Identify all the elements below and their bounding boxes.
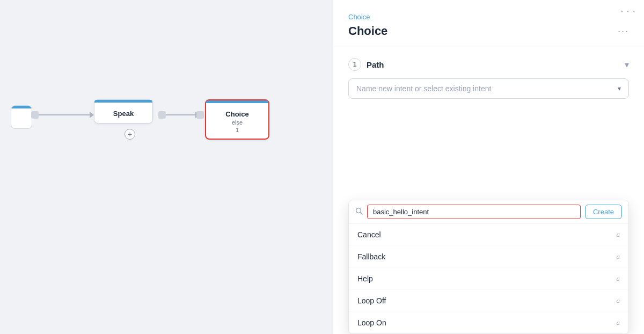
amazon-icon-loopon: a [617, 318, 620, 327]
path-section: 1 Path ▾ Name new intent or select exist… [348, 58, 629, 99]
more-options-button[interactable]: ··· [618, 26, 629, 37]
intent-placeholder-text: Name new intent or select existing inten… [356, 84, 491, 93]
top-dots: · · · [620, 4, 635, 17]
list-item[interactable]: Cancel a [349, 224, 628, 246]
amazon-icon-cancel: a [617, 230, 620, 239]
choice-node-title: Choice [215, 110, 260, 118]
arrow-line-2 [166, 114, 198, 115]
amazon-icon-help: a [617, 274, 620, 283]
create-button[interactable]: Create [585, 205, 622, 219]
choice-node[interactable]: Choice else 1 [205, 99, 269, 140]
path-label: Path [367, 60, 384, 69]
speak-node[interactable]: Speak [94, 99, 153, 124]
speak-node-title: Speak [103, 110, 144, 118]
intent-list: Cancel a Fallback a Help a Loop Off a Lo… [349, 224, 628, 333]
search-icon [355, 207, 363, 216]
list-item[interactable]: Loop Off a [349, 290, 628, 312]
amazon-icon-fallback: a [617, 252, 620, 261]
breadcrumb: Choice [348, 13, 629, 21]
plus-icon: + [128, 130, 132, 139]
node-header-speak [94, 100, 152, 103]
intent-name-help: Help [357, 274, 373, 283]
flow-canvas: Speak + Choice else 1 [0, 0, 333, 334]
connector-choice-in [196, 111, 204, 119]
connector-left [31, 111, 39, 119]
intent-name-loopoff: Loop Off [357, 296, 386, 305]
search-input[interactable] [367, 205, 581, 219]
list-item[interactable]: Loop On a [349, 312, 628, 333]
intent-dropdown-trigger[interactable]: Name new intent or select existing inten… [348, 78, 629, 99]
path-header: 1 Path ▾ [348, 58, 629, 71]
list-item[interactable]: Fallback a [349, 246, 628, 268]
panel-header: Choice Choice ··· [333, 0, 644, 47]
search-row: Create [349, 200, 628, 224]
choice-node-1: 1 [215, 127, 260, 133]
list-item[interactable]: Help a [349, 268, 628, 290]
svg-line-1 [361, 213, 363, 215]
dropdown-arrow-icon: ▾ [618, 85, 621, 92]
right-panel: · · · Choice Choice ··· 1 Path ▾ Name ne… [333, 0, 644, 334]
intent-dropdown-menu: Create Cancel a Fallback a Help a Loop O… [348, 200, 629, 334]
connector-speak-out [158, 111, 166, 119]
arrow-line-1 [39, 114, 92, 115]
panel-title: Choice [348, 24, 387, 38]
node-header-choice [206, 100, 268, 103]
amazon-icon-loopoff: a [617, 296, 620, 305]
path-number: 1 [348, 58, 361, 71]
path-collapse-icon[interactable]: ▾ [625, 60, 629, 70]
intent-name-loopon: Loop On [357, 318, 386, 327]
panel-body: 1 Path ▾ Name new intent or select exist… [333, 47, 644, 200]
choice-node-else: else [215, 119, 260, 126]
intent-name-cancel: Cancel [357, 230, 381, 239]
add-node-button[interactable]: + [125, 129, 135, 140]
intent-name-fallback: Fallback [357, 252, 385, 261]
